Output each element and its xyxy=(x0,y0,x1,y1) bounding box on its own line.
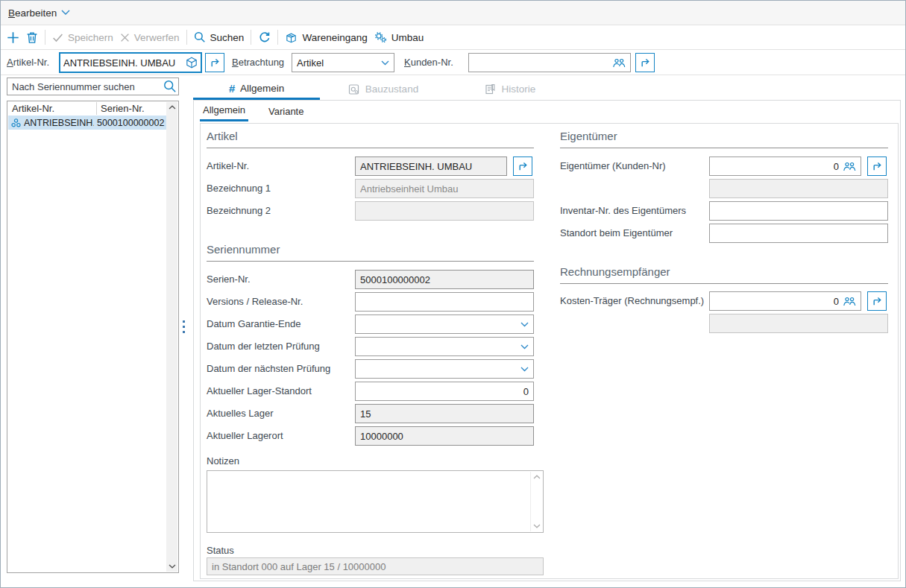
section-artikel-title: Artikel xyxy=(207,130,534,148)
bezeichnung1-field: Antriebseinheit Umbau xyxy=(355,179,534,198)
artikel-goto-button[interactable] xyxy=(205,53,224,72)
save-button[interactable]: Speichern xyxy=(52,32,113,43)
lager-standort-value: 0 xyxy=(523,386,529,397)
artikel-nr-field: ANTRIEBSEINH. UMBAU xyxy=(355,157,507,176)
save-label: Speichern xyxy=(68,32,113,43)
search-button[interactable]: Suchen xyxy=(194,31,245,43)
garantie-datepicker[interactable] xyxy=(355,314,534,334)
bezeichnung1-value: Antriebseinheit Umbau xyxy=(360,183,459,195)
betrachtung-label: Betrachtung xyxy=(232,57,284,68)
section-eigentuemer-title: Eigentümer xyxy=(560,130,888,148)
kosten-traeger-field[interactable]: 0 xyxy=(709,291,861,311)
plus-icon xyxy=(7,31,19,44)
menu-bar: Bearbeiten xyxy=(1,1,905,25)
people-icon[interactable] xyxy=(843,296,856,307)
versions-label: Versions / Release-Nr. xyxy=(207,292,303,312)
search-input[interactable] xyxy=(7,78,179,95)
bezeichnung2-field xyxy=(355,201,534,221)
betrachtung-select[interactable]: Artikel xyxy=(292,53,394,72)
scroll-down-icon[interactable] xyxy=(532,522,541,530)
serial-list: Artikel-Nr. Serien-Nr. ANTRIEBSEINH... 5… xyxy=(7,101,179,573)
list-item[interactable]: ANTRIEBSEINH... 5000100000002 xyxy=(8,116,168,130)
section-seriennummer-title: Seriennummer xyxy=(207,243,534,262)
kosten-goto-button[interactable] xyxy=(867,291,887,311)
refresh-icon xyxy=(258,31,271,44)
subtab-variante-label: Variante xyxy=(268,106,303,117)
list-item-artikel: ANTRIEBSEINH... xyxy=(24,118,94,128)
eigentuemer-kunden-field[interactable]: 0 xyxy=(709,157,861,176)
betrachtung-value: Artikel xyxy=(297,57,324,69)
serien-nr-label: Serien-Nr. xyxy=(207,270,251,289)
tab-panel: Allgemein Variante Artikel Artikel-Nr. A… xyxy=(193,100,901,581)
eigentuemer-goto-button[interactable] xyxy=(867,157,887,176)
toolbar-separator xyxy=(45,30,45,45)
tab-bauzustand[interactable]: Bauzustand xyxy=(320,78,447,100)
toolbar-separator xyxy=(251,30,251,45)
versions-field[interactable] xyxy=(355,292,534,312)
cube-icon[interactable] xyxy=(186,57,198,69)
historie-icon xyxy=(485,83,497,95)
kosten-traeger-value: 0 xyxy=(714,296,839,307)
subtab-allgemein[interactable]: Allgemein xyxy=(200,101,248,121)
tab-historie[interactable]: Historie xyxy=(447,78,573,100)
scroll-up-icon[interactable] xyxy=(168,104,176,111)
column-header-artikel[interactable]: Artikel-Nr. xyxy=(12,103,54,114)
menu-bearbeiten[interactable]: Bearbeiten xyxy=(8,7,70,19)
artikel-nr-field-label: Artikel-Nr. xyxy=(207,157,249,176)
status-field: in Standort 000 auf Lager 15 / 10000000 xyxy=(207,557,544,575)
inventar-field[interactable] xyxy=(709,201,888,221)
kosten-traeger-label: Kosten-Träger (Rechnungsempf.) xyxy=(560,291,704,311)
subtab-variante[interactable]: Variante xyxy=(265,101,306,121)
serien-nr-value: 5000100000002 xyxy=(360,274,430,285)
letzte-pruefung-label: Datum der letzten Prüfung xyxy=(207,337,320,356)
toolbar-separator xyxy=(277,30,278,45)
aktuelles-lager-field: 15 xyxy=(355,404,534,423)
kunden-goto-button[interactable] xyxy=(635,53,655,72)
new-button[interactable] xyxy=(7,31,19,44)
header-row: Artikel-Nr. ANTRIEBSEINH. UMBAU Betracht… xyxy=(1,50,905,75)
people-icon[interactable] xyxy=(843,161,856,172)
rebuild-button[interactable]: Umbau xyxy=(374,31,424,43)
menu-bearbeiten-label: Bearbeiten xyxy=(8,7,57,19)
chevron-down-icon xyxy=(520,344,529,350)
scroll-up-icon[interactable] xyxy=(532,473,541,481)
list-item-serie: 5000100000002 xyxy=(97,118,164,128)
tab-allgemein[interactable]: # Allgemein xyxy=(193,78,320,100)
kunden-nr-label: Kunden-Nr. xyxy=(404,57,453,68)
artikel-nr-goto-button[interactable] xyxy=(513,157,532,176)
delete-button[interactable] xyxy=(26,31,38,44)
lager-standort-field[interactable]: 0 xyxy=(355,382,534,401)
artikel-nr-input[interactable]: ANTRIEBSEINH. UMBAU xyxy=(59,52,202,73)
notizen-textarea[interactable] xyxy=(207,470,544,533)
app-window: Bearbeiten Speichern xyxy=(0,0,906,588)
search-icon[interactable] xyxy=(163,80,177,93)
people-icon[interactable] xyxy=(612,57,626,69)
kunden-nr-input[interactable] xyxy=(468,53,631,72)
discard-button[interactable]: Verwerfen xyxy=(120,32,180,43)
toolbar-separator xyxy=(186,30,187,45)
eigentuemer-name-field xyxy=(709,179,888,198)
naechste-pruefung-label: Datum der nächsten Prüfung xyxy=(207,359,330,379)
column-header-serie[interactable]: Serien-Nr. xyxy=(101,103,145,114)
letzte-pruefung-datepicker[interactable] xyxy=(355,337,534,356)
toolbar: Speichern Verwerfen Suchen Warenein xyxy=(1,25,905,50)
column-divider xyxy=(96,102,97,115)
serial-item-icon xyxy=(10,118,22,128)
bezeichnung1-label: Bezeichnung 1 xyxy=(207,179,271,198)
goods-receipt-label: Wareneingang xyxy=(302,32,367,43)
splitter-handle[interactable] xyxy=(183,320,185,333)
goods-receipt-button[interactable]: Wareneingang xyxy=(285,31,367,44)
scroll-down-icon[interactable] xyxy=(168,563,176,570)
garantie-label: Datum Garantie-Ende xyxy=(207,314,301,334)
tab-bauzustand-label: Bauzustand xyxy=(365,83,418,95)
notizen-scrollbar[interactable] xyxy=(530,472,542,531)
lagerort-value: 10000000 xyxy=(360,431,403,442)
naechste-pruefung-datepicker[interactable] xyxy=(355,359,534,379)
refresh-button[interactable] xyxy=(258,31,271,44)
list-scrollbar[interactable] xyxy=(166,102,177,572)
artikel-nr-input-value: ANTRIEBSEINH. UMBAU xyxy=(63,57,186,69)
bezeichnung2-label: Bezeichnung 2 xyxy=(207,201,271,221)
package-icon xyxy=(285,31,298,44)
trash-icon xyxy=(26,31,38,44)
standort-eigentuemer-field[interactable] xyxy=(709,224,888,243)
